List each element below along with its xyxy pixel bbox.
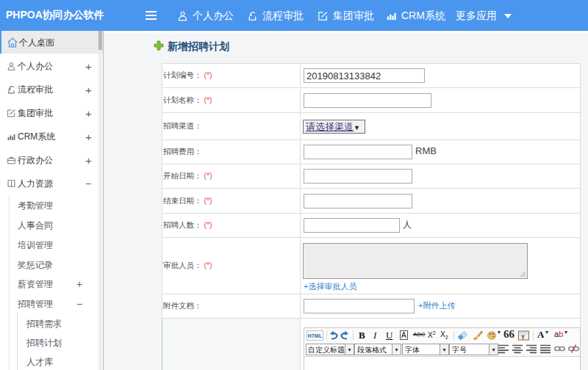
svg-text:T: T [521,334,525,341]
